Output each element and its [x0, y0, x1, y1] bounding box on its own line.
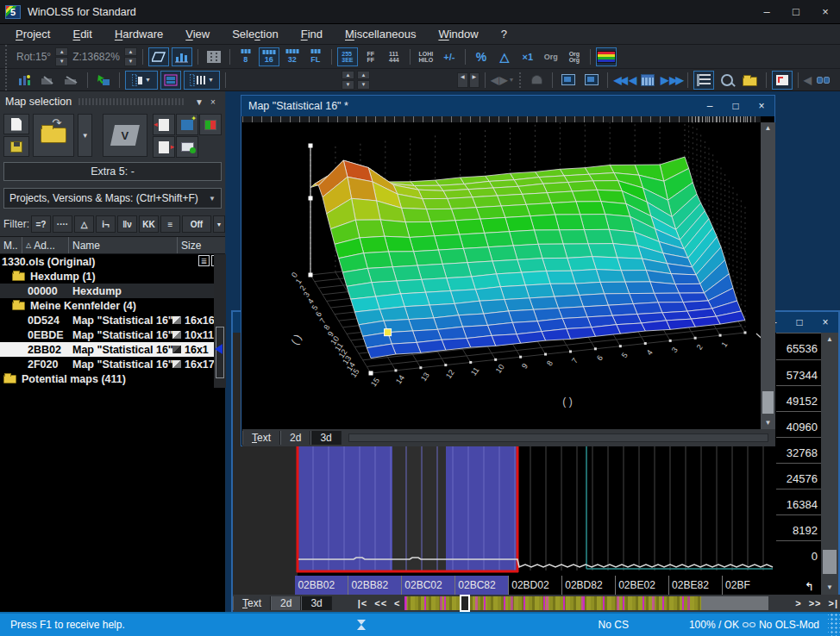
filter-equals-button[interactable]: =? [31, 215, 51, 233]
map-selection-panel-toggle[interactable] [693, 71, 714, 90]
address-cell[interactable]: 02BD02 [509, 576, 562, 595]
panel-menu-icon[interactable]: ▼ [192, 97, 206, 107]
back-button[interactable]: ◀ [804, 74, 810, 86]
filter-delta-button[interactable]: △ [74, 215, 94, 233]
open-project-dropdown[interactable]: ▼ [78, 114, 92, 157]
map-horizontal-scrollbar[interactable] [348, 433, 768, 442]
goto-last-map-button[interactable]: ▶▶ [669, 74, 681, 86]
factor-one-button[interactable]: ×1 [517, 47, 538, 66]
filter-values-button[interactable]: ···· [53, 215, 72, 233]
filter-off-button[interactable]: Off [182, 215, 211, 233]
width-16bit-button[interactable]: 16 [259, 47, 279, 66]
window-minimize-button[interactable]: – [697, 100, 723, 112]
scroll-up-icon[interactable]: ▲ [761, 122, 775, 134]
goto-first-button[interactable]: |< [358, 598, 368, 608]
save-project-button[interactable] [3, 136, 29, 157]
window-close-button[interactable]: × [749, 100, 774, 112]
percent-view-button[interactable]: % [471, 47, 492, 66]
value-stepper-1[interactable]: ▲▼ [342, 71, 354, 90]
toolbar-grip[interactable] [5, 69, 10, 90]
menu-selection[interactable]: Selection [232, 28, 279, 41]
width-float-button[interactable]: FL [305, 47, 326, 66]
rotation-stepper[interactable]: ▲▼ [55, 47, 68, 66]
insert-column-button[interactable]: ▼ [125, 71, 158, 90]
menu-view[interactable]: View [185, 28, 210, 41]
folder-row-kennfelder[interactable]: Meine Kennfelder (4) [0, 298, 214, 313]
column-header-size[interactable]: Size [178, 237, 225, 253]
panel-close-icon[interactable]: × [206, 97, 220, 107]
signed-button[interactable]: +/- [439, 47, 460, 66]
tab-text[interactable]: Text [233, 596, 271, 610]
map-row-0ebde[interactable]: 0EBDE Map "Statistical 16" 10x11 [0, 327, 214, 342]
value-stepper-2[interactable]: ▲▼ [357, 71, 370, 90]
filter-flag-button[interactable]: ‖ν [117, 215, 137, 233]
tab-3d[interactable]: 3d [301, 596, 331, 610]
map-wizard-button[interactable] [15, 71, 35, 90]
page-back-button[interactable]: << [374, 598, 387, 608]
history-dropdown-icon[interactable]: ▼ [508, 77, 514, 83]
tree-scrollbar[interactable] [214, 254, 226, 388]
map-window-titlebar[interactable]: Map "Statistical 16" * – □ × [241, 96, 774, 116]
find-binoculars-button[interactable] [812, 71, 833, 90]
step-back-button[interactable]: < [394, 598, 400, 608]
open-project-big-button[interactable] [33, 114, 74, 157]
original-view-button[interactable]: Org [541, 47, 561, 66]
resize-grip[interactable] [828, 614, 840, 636]
tab-3d[interactable]: 3d [310, 431, 341, 445]
scrollbar-thumb[interactable] [762, 391, 774, 414]
map-row-2f020[interactable]: 2F020 Map "Statistical 16" 16x17 [0, 357, 214, 371]
panel-drag-handle[interactable] [78, 98, 185, 105]
file-overview-empty[interactable] [701, 596, 768, 610]
map-wizard-small-button[interactable] [176, 114, 198, 135]
app-minimize-button[interactable]: – [752, 0, 781, 23]
page-forward-button[interactable]: >> [809, 598, 822, 608]
hexdump-vertical-scrollbar[interactable]: ▲ ▼ [821, 333, 838, 595]
hexdump-item-row[interactable]: 00000 Hexdump [0, 284, 226, 298]
tab-text[interactable]: Text [242, 431, 280, 445]
scroll-up-icon[interactable]: ▲ [821, 333, 838, 346]
map-row-2bb02-selected[interactable]: 2BB02 Map "Statistical 16" 16x1 [0, 342, 214, 357]
goto-last-button[interactable]: >| [828, 598, 838, 608]
redo-button[interactable]: ▶ [499, 74, 505, 86]
filter-kk-button[interactable]: KK [139, 215, 159, 233]
folder-row-potential[interactable]: Potential maps (411) [0, 371, 214, 386]
new-project-button[interactable] [3, 114, 29, 134]
window-maximize-button[interactable]: □ [787, 316, 812, 328]
column-header-m[interactable]: M.. [0, 237, 22, 253]
hilo-byteorder-button[interactable]: LOHIHILO [416, 47, 436, 66]
address-cell[interactable]: 02BE02 [616, 576, 669, 595]
import-map-button[interactable] [93, 71, 114, 90]
map-pack-button[interactable] [199, 114, 222, 135]
import-file-button[interactable] [153, 114, 175, 135]
menu-window[interactable]: Window [438, 28, 478, 41]
undo-button[interactable]: ◀ [491, 74, 497, 86]
filter-lines-button[interactable]: ≡ [160, 215, 180, 233]
previous-map-button[interactable]: ◀ [629, 74, 635, 86]
address-cell[interactable]: 02BF [723, 576, 776, 595]
column-header-address[interactable]: △Ad... [22, 237, 69, 253]
address-cell[interactable]: 02BB02 [295, 576, 348, 595]
export-map-button[interactable]: V [103, 114, 147, 157]
address-cell[interactable]: 02BE82 [669, 576, 723, 595]
menu-hardware[interactable]: Hardware [115, 28, 163, 41]
difference-view-button[interactable]: △ [494, 47, 515, 66]
toolbar-grip[interactable] [5, 45, 10, 68]
checksum-button[interactable] [526, 71, 547, 90]
menu-edit[interactable]: Edit [72, 28, 91, 41]
address-cell[interactable]: 02BD82 [562, 576, 616, 595]
address-cell[interactable]: 02BB82 [348, 576, 402, 595]
map-row-0d524[interactable]: 0D524 Map "Statistical 16" 16x16 [0, 313, 214, 327]
selection-frame-button[interactable] [160, 71, 181, 90]
scroll-down-icon[interactable]: ▼ [821, 581, 838, 595]
map-tool-disabled-button[interactable] [38, 71, 59, 90]
export-file-button[interactable] [153, 136, 175, 158]
menu-help[interactable]: ? [501, 28, 507, 41]
client-data-button[interactable] [176, 136, 198, 158]
tab-2d[interactable]: 2d [280, 431, 310, 445]
window-maximize-button[interactable]: □ [723, 100, 749, 112]
filter-off-dropdown[interactable]: ▼ [213, 215, 225, 233]
window-arrange-button[interactable] [772, 71, 793, 90]
color-scale-button[interactable] [596, 47, 617, 66]
map-3d-view[interactable]: 1514131211109876543210123456789101112131… [242, 122, 761, 429]
tab-2d[interactable]: 2d [271, 596, 301, 610]
